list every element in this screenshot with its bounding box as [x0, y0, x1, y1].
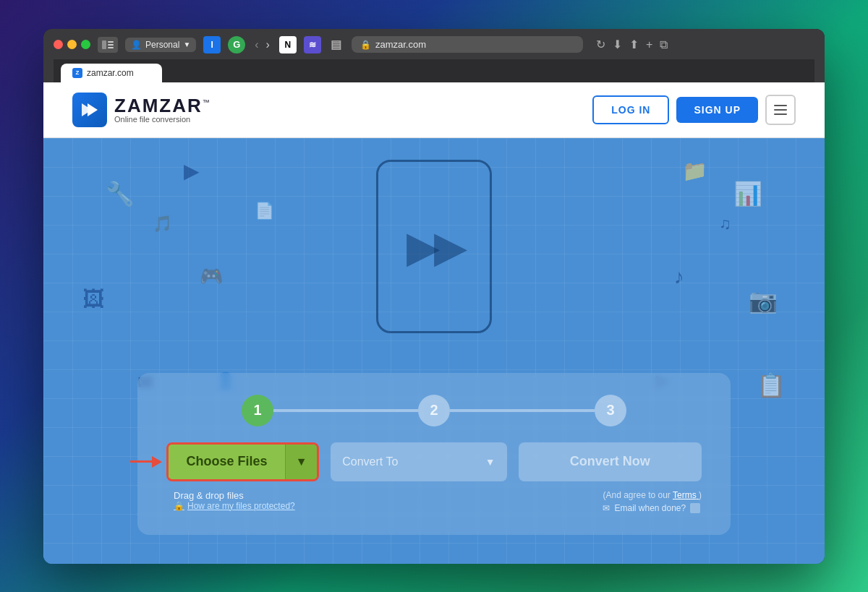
deco-note-icon: ♫	[719, 215, 731, 233]
browser-window: 👤 Personal ▼ I G ‹ › N ≋ ▤ 🔒 zamzar.com	[43, 29, 825, 564]
chevron-down-icon: ▼	[183, 40, 190, 48]
arrow-line	[130, 460, 152, 463]
login-button[interactable]: LOG IN	[592, 95, 669, 124]
tabs-overview-button[interactable]: ⧉	[660, 38, 668, 51]
svg-rect-0	[102, 40, 106, 49]
form-footer: Drag & drop files 🔒 How are my files pro…	[166, 490, 702, 513]
back-button[interactable]: ‹	[252, 38, 260, 51]
deco-docs-icon: 📋	[757, 372, 786, 399]
browser-chrome: 👤 Personal ▼ I G ‹ › N ≋ ▤ 🔒 zamzar.com	[43, 29, 825, 82]
menu-bar-2	[774, 109, 787, 111]
hero-illustration: ▶▶	[369, 153, 499, 355]
step-2-circle: 2	[418, 395, 450, 426]
profile-selector[interactable]: 👤 Personal ▼	[125, 38, 196, 52]
drag-drop-text: Drag & drop files	[174, 490, 295, 501]
choose-files-container: Choose Files ▼	[166, 442, 319, 481]
deco-file-icon: 📄	[255, 202, 274, 220]
menu-bar-3	[774, 113, 787, 115]
convert-now-button[interactable]: Convert Now	[519, 442, 702, 481]
logo-name: ZAMZAR™	[114, 96, 211, 115]
play-arrows: ▶▶	[407, 221, 461, 272]
right-footer: (And agree to our Terms ) ✉ Email when d…	[603, 490, 702, 513]
convert-to-label: Convert To	[342, 455, 398, 468]
site-header: ZAMZAR™ Online file conversion LOG IN SI…	[43, 82, 825, 138]
deco-play-icon: ▶	[184, 159, 200, 183]
navigation-arrows: ‹ ›	[252, 38, 272, 51]
extension-wave-icon[interactable]: ≋	[304, 36, 321, 53]
deco-music-note-icon: ♪	[674, 265, 684, 288]
extension-text-icon[interactable]: I	[203, 36, 221, 53]
hero-section: 🔧 ▶ 🖼 ✉ 🎮 📄 👤 📊 📁 📷 ♪ 📋 ▷ 🎵 ♫ ▶▶	[43, 138, 825, 564]
reload-button[interactable]: ↻	[596, 38, 605, 51]
terms-text: (And agree to our Terms )	[603, 490, 702, 500]
logo-tagline: Online file conversion	[114, 115, 211, 124]
browser-actions: ↻ ⬇ ⬆ + ⧉	[596, 38, 668, 51]
deco-folder-icon: 📁	[682, 159, 707, 183]
page-content: ZAMZAR™ Online file conversion LOG IN SI…	[43, 82, 825, 564]
logo-text-area: ZAMZAR™ Online file conversion	[114, 96, 211, 124]
left-footer: Drag & drop files 🔒 How are my files pro…	[166, 490, 295, 513]
convert-to-button[interactable]: Convert To ▼	[331, 442, 506, 481]
close-button[interactable]	[54, 40, 63, 49]
logo-icon	[72, 93, 107, 127]
email-label: Email when done?	[614, 503, 686, 513]
profile-icon: 👤	[131, 40, 142, 50]
step-3-circle: 3	[595, 395, 626, 426]
extension-monitor-icon[interactable]: ▤	[328, 37, 344, 53]
choose-files-dropdown[interactable]: ▼	[285, 445, 317, 479]
choose-files-button[interactable]: Choose Files ▼	[166, 442, 319, 481]
step-1-circle: 1	[242, 395, 273, 426]
step-line-1	[273, 409, 418, 412]
logo-area: ZAMZAR™ Online file conversion	[72, 93, 211, 127]
red-arrow	[130, 456, 162, 468]
menu-bar-1	[774, 105, 787, 106]
phone-outline: ▶▶	[376, 160, 492, 333]
terms-link[interactable]: Terms	[673, 490, 699, 500]
active-tab[interactable]: Z zamzar.com	[61, 64, 162, 82]
new-tab-button[interactable]: +	[646, 38, 652, 51]
arrow-head	[152, 456, 162, 468]
steps-bar: 1 2 3	[166, 395, 702, 426]
address-bar[interactable]: 🔒 zamzar.com	[352, 36, 583, 53]
choose-files-label: Choose Files	[169, 445, 285, 478]
menu-button[interactable]	[765, 95, 796, 125]
notion-extension-icon[interactable]: N	[279, 36, 297, 53]
profile-label: Personal	[145, 40, 179, 50]
svg-rect-2	[108, 44, 114, 46]
email-checkbox[interactable]	[690, 503, 700, 513]
share-button[interactable]: ⬆	[629, 38, 639, 51]
tab-bar: Z zamzar.com	[54, 59, 814, 82]
tab-title: zamzar.com	[87, 68, 134, 78]
convert-to-dropdown-icon: ▼	[485, 456, 495, 468]
deco-camera-icon: 📷	[749, 287, 778, 314]
maximize-button[interactable]	[81, 40, 90, 49]
deco-image-icon: 🖼	[82, 287, 104, 312]
email-icon: ✉	[603, 503, 610, 513]
tab-favicon: Z	[72, 68, 82, 78]
deco-gameboy-icon: 🎮	[200, 265, 223, 288]
url-text: zamzar.com	[375, 39, 426, 50]
forward-button[interactable]: ›	[264, 38, 272, 51]
deco-pie-icon: 📊	[733, 180, 762, 207]
extension-g-icon[interactable]: G	[228, 36, 245, 53]
svg-marker-5	[88, 103, 98, 116]
minimize-button[interactable]	[67, 40, 77, 49]
svg-rect-3	[108, 47, 114, 48]
converter-form: 1 2 3	[137, 373, 731, 535]
dropdown-arrow-icon: ▼	[296, 455, 307, 468]
traffic-lights	[54, 40, 90, 49]
lock-icon: 🔒	[174, 501, 184, 511]
lock-icon: 🔒	[360, 40, 371, 50]
svg-rect-1	[108, 41, 114, 43]
step-line-2	[450, 409, 595, 412]
email-row: ✉ Email when done?	[603, 503, 700, 513]
sidebar-toggle-button[interactable]	[98, 37, 118, 53]
header-actions: LOG IN SIGN UP	[592, 95, 796, 125]
signup-button[interactable]: SIGN UP	[676, 97, 758, 123]
form-row: Choose Files ▼ Convert To ▼ Convert Now	[166, 442, 702, 481]
file-protection-link[interactable]: 🔒 How are my files protected?	[174, 501, 295, 511]
deco-mp3-icon: 🎵	[153, 215, 172, 233]
deco-wrench-icon: 🔧	[106, 180, 135, 207]
download-button[interactable]: ⬇	[613, 38, 622, 51]
